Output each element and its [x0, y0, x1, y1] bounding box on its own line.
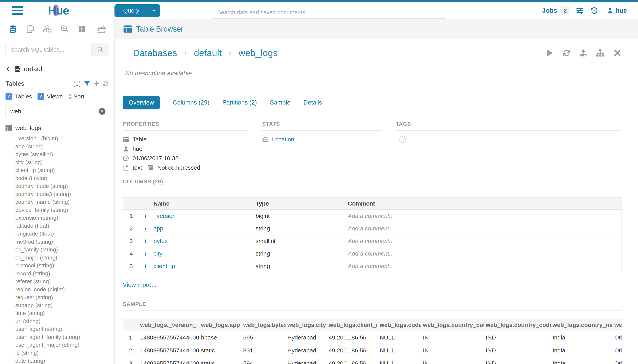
tab-details[interactable]: Details — [303, 99, 322, 106]
query-button[interactable]: Query ▾ — [114, 4, 160, 17]
tree-column[interactable]: client_ip (string) — [15, 166, 109, 174]
tab-sample[interactable]: Sample — [270, 99, 290, 106]
tree-column[interactable]: country_name (string) — [15, 198, 109, 206]
hamburger-menu-icon[interactable] — [12, 6, 23, 15]
jobs-link[interactable]: Jobs — [542, 7, 557, 14]
table-filter-field: ✕ — [6, 105, 109, 118]
add-comment-field[interactable]: Add a comment... — [346, 235, 621, 247]
global-search-input[interactable] — [212, 6, 447, 19]
add-comment-field[interactable]: Add a comment... — [346, 210, 621, 222]
filter-tables-checkbox[interactable]: ✓ Tables — [6, 93, 32, 100]
column-name-link[interactable]: city — [154, 250, 162, 257]
tree-column[interactable]: user_agent (string) — [15, 325, 109, 333]
tree-column[interactable]: region_code (bigint) — [15, 285, 109, 294]
tree-column[interactable]: date (string) — [15, 357, 109, 364]
tree-column[interactable]: app (string) — [15, 142, 109, 150]
databases-icon[interactable] — [8, 25, 17, 33]
tree-column[interactable]: longitude (float) — [15, 230, 109, 238]
tree-column[interactable]: _version_ (bigint) — [15, 134, 109, 142]
tree-column[interactable]: user_agent_family (string) — [15, 333, 109, 341]
tree-column[interactable]: protocol (string) — [15, 262, 109, 270]
breadcrumb-web-logs[interactable]: web_logs — [239, 48, 278, 58]
columns-section-title: COLUMNS (29) — [123, 178, 621, 188]
breadcrumb-databases[interactable]: Databases — [133, 48, 177, 58]
breadcrumb-default[interactable]: default — [194, 48, 222, 58]
tree-column[interactable]: os_major (string) — [15, 254, 109, 262]
tab-columns[interactable]: Columns (29) — [173, 99, 209, 106]
tree-column[interactable]: os_family (string) — [15, 246, 109, 254]
table-filter-input[interactable] — [6, 105, 109, 118]
upload-icon[interactable] — [579, 49, 588, 57]
zoom-in-icon[interactable] — [60, 25, 69, 33]
tree-table-web-logs[interactable]: web_logs — [6, 124, 109, 132]
sort-control[interactable]: Sort — [68, 93, 84, 100]
add-icon[interactable] — [93, 80, 100, 87]
tree-column[interactable]: latitude (float) — [15, 222, 109, 230]
query-button-label[interactable]: Query — [114, 4, 148, 17]
sql-table-search-input[interactable] — [6, 43, 92, 56]
tree-column[interactable]: country_code3 (string) — [15, 190, 109, 198]
lineage-sitemap-icon[interactable] — [596, 49, 605, 57]
sample-cell: India — [551, 357, 612, 364]
sliders-icon[interactable] — [576, 6, 584, 15]
tree-column[interactable]: record (string) — [15, 270, 109, 278]
refresh-icon[interactable] — [103, 80, 109, 87]
info-icon[interactable]: i — [145, 250, 146, 257]
tab-partitions[interactable]: Partitions (2) — [222, 99, 257, 106]
add-comment-field[interactable]: Add a comment... — [346, 247, 621, 260]
history-icon[interactable] — [590, 6, 598, 15]
tree-column[interactable]: user_agent_major (string) — [15, 341, 109, 349]
apps-grid-icon[interactable] — [77, 25, 86, 33]
tree-column[interactable]: time (string) — [15, 309, 109, 317]
folder-documents-icon[interactable] — [97, 25, 106, 33]
tree-column[interactable]: code (tinyint) — [15, 174, 109, 182]
table-description[interactable]: No description available — [125, 70, 621, 77]
tree-column[interactable]: bytes (smallint) — [15, 150, 109, 158]
tree-column[interactable]: referer (string) — [15, 277, 109, 285]
view-more-link[interactable]: View more... — [123, 282, 156, 288]
column-name-link[interactable]: bytes — [154, 238, 168, 244]
table-row: 4 i city string Add a comment... — [123, 247, 621, 260]
documents-icon[interactable] — [26, 25, 35, 33]
column-name-link[interactable]: _version_ — [154, 212, 179, 219]
tab-overview[interactable]: Overview — [123, 96, 160, 110]
filter-funnel-icon[interactable] — [84, 80, 90, 87]
cubes-icon[interactable] — [43, 25, 52, 33]
sample-table-scroll-area[interactable]: web_logs._version_ web_logs.app web_logs… — [123, 319, 621, 364]
checkbox-checked-icon[interactable]: ✓ — [38, 93, 44, 100]
info-icon[interactable]: i — [145, 212, 146, 219]
location-link[interactable]: Location — [272, 136, 294, 143]
chevron-left-icon[interactable] — [6, 66, 11, 72]
tree-column[interactable]: subapp (string) — [15, 301, 109, 309]
checkbox-checked-icon[interactable]: ✓ — [6, 93, 12, 100]
hue-logo[interactable]: Hue — [48, 4, 69, 18]
clear-filter-icon[interactable]: ✕ — [99, 108, 105, 115]
database-name[interactable]: default — [24, 65, 44, 73]
tree-column[interactable]: id (string) — [15, 349, 109, 357]
close-icon[interactable] — [613, 49, 621, 57]
column-name-link[interactable]: client_ip — [154, 263, 175, 269]
query-dropdown-caret-icon[interactable]: ▾ — [148, 4, 160, 17]
database-breadcrumb[interactable]: default — [6, 65, 109, 73]
add-comment-field[interactable]: Add a comment... — [346, 222, 621, 235]
tree-column[interactable]: country_code (string) — [15, 182, 109, 190]
tree-table-name[interactable]: web_logs — [15, 124, 41, 132]
info-icon[interactable]: i — [145, 263, 146, 269]
jobs-count-badge[interactable]: 2 — [560, 6, 570, 16]
sql-table-search-button[interactable] — [92, 43, 109, 56]
sql-table-search — [6, 43, 109, 56]
info-icon[interactable]: i — [145, 238, 146, 244]
user-menu[interactable]: hue — [607, 7, 627, 14]
column-name-link[interactable]: app — [154, 225, 163, 232]
info-icon[interactable]: i — [145, 225, 146, 232]
refresh-icon[interactable] — [562, 49, 571, 57]
query-play-icon[interactable] — [545, 49, 554, 57]
tree-column[interactable]: request (string) — [15, 293, 109, 301]
tree-column[interactable]: url (string) — [15, 317, 109, 325]
add-comment-field[interactable]: Add a comment... — [346, 260, 621, 272]
tree-column[interactable]: device_family (string) — [15, 206, 109, 214]
tree-column[interactable]: city (string) — [15, 158, 109, 166]
tree-column[interactable]: method (string) — [15, 238, 109, 246]
filter-views-checkbox[interactable]: ✓ Views — [38, 93, 62, 100]
tree-column[interactable]: extension (string) — [15, 214, 109, 222]
